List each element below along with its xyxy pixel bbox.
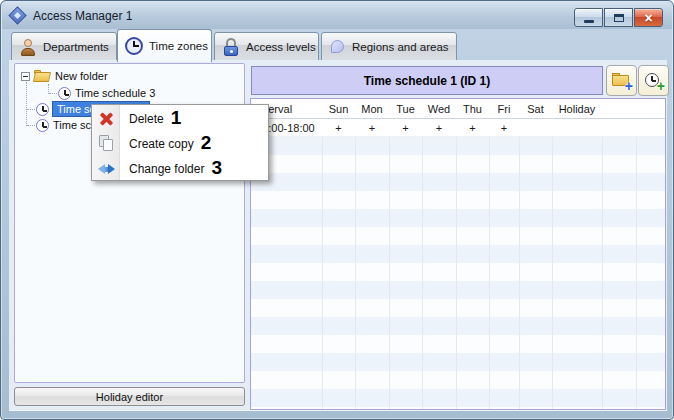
col-sun: Sun bbox=[322, 103, 355, 115]
menu-item-label: Change folder bbox=[129, 162, 204, 176]
col-mon: Mon bbox=[355, 103, 389, 115]
tree-item-label: Time schedule 3 bbox=[75, 87, 155, 99]
clock-icon bbox=[125, 37, 143, 55]
tree-item-time-schedule-3[interactable]: Time schedule 3 bbox=[15, 85, 244, 101]
menu-item-create-copy[interactable]: Create copy 2 bbox=[92, 131, 268, 156]
tab-label: Departments bbox=[43, 41, 109, 53]
minimize-button[interactable] bbox=[574, 8, 603, 27]
add-time-schedule-icon bbox=[644, 72, 663, 89]
day-cell-mon[interactable]: + bbox=[355, 122, 389, 134]
day-cell-tue[interactable]: + bbox=[389, 122, 422, 134]
close-button[interactable] bbox=[634, 8, 663, 27]
clock-icon bbox=[36, 119, 49, 132]
tab-departments[interactable]: Departments bbox=[11, 32, 117, 61]
schedule-row[interactable]: 09:00-18:00 + + + + + + bbox=[251, 119, 665, 137]
col-tue: Tue bbox=[389, 103, 422, 115]
col-fri: Fri bbox=[489, 103, 519, 115]
clock-icon bbox=[36, 103, 49, 116]
context-menu: Delete 1 Create copy 2 Change folder 3 bbox=[91, 104, 269, 181]
change-folder-arrows-icon bbox=[98, 160, 115, 177]
tab-label: Time zones bbox=[149, 40, 208, 52]
maximize-button[interactable] bbox=[604, 8, 633, 27]
annotation-1: 1 bbox=[171, 108, 182, 127]
window-title: Access Manager 1 bbox=[33, 9, 132, 23]
minimize-icon bbox=[584, 20, 594, 23]
tree-item-new-folder[interactable]: New folder bbox=[15, 68, 244, 84]
col-wed: Wed bbox=[422, 103, 456, 115]
clock-icon bbox=[58, 87, 71, 100]
table-header: Interval Sun Mon Tue Wed Thu Fri Sat Hol… bbox=[251, 99, 665, 119]
day-cell-wed[interactable]: + bbox=[422, 122, 456, 134]
menu-item-label: Delete bbox=[129, 112, 164, 126]
schedule-table: Interval Sun Mon Tue Wed Thu Fri Sat Hol… bbox=[250, 98, 666, 410]
add-schedule-button[interactable] bbox=[638, 65, 669, 96]
schedule-title: Time schedule 1 (ID 1) bbox=[364, 74, 491, 88]
col-thu: Thu bbox=[456, 103, 489, 115]
open-folder-icon bbox=[34, 70, 51, 83]
col-holiday: Holiday bbox=[552, 103, 602, 115]
annotation-2: 2 bbox=[201, 133, 212, 152]
menu-item-change-folder[interactable]: Change folder 3 bbox=[92, 156, 268, 181]
tab-time-zones[interactable]: Time zones bbox=[117, 29, 212, 62]
col-sat: Sat bbox=[519, 103, 552, 115]
maximize-icon bbox=[614, 14, 624, 22]
tab-regions-and-areas[interactable]: Regions and areas bbox=[321, 32, 457, 61]
copy-icon bbox=[98, 135, 115, 152]
day-cell-fri[interactable]: + bbox=[489, 122, 519, 134]
close-icon bbox=[644, 9, 652, 27]
day-cell-thu[interactable]: + bbox=[456, 122, 489, 134]
tab-label: Access levels bbox=[246, 41, 316, 53]
map-pin-icon bbox=[331, 40, 344, 53]
user-icon bbox=[19, 38, 37, 56]
collapse-icon[interactable] bbox=[21, 72, 30, 81]
tab-label: Regions and areas bbox=[352, 41, 449, 53]
add-folder-icon bbox=[612, 73, 631, 89]
tab-access-levels[interactable]: Access levels bbox=[214, 32, 319, 61]
window-controls bbox=[574, 8, 663, 27]
menu-item-delete[interactable]: Delete 1 bbox=[92, 106, 268, 131]
schedule-title-bar: Time schedule 1 (ID 1) bbox=[251, 66, 603, 95]
app-icon bbox=[8, 6, 26, 24]
delete-x-icon bbox=[98, 110, 115, 127]
annotation-3: 3 bbox=[211, 158, 222, 177]
app-window: Access Manager 1 Departments Time zones … bbox=[0, 0, 674, 420]
tree-item-label: New folder bbox=[55, 70, 108, 82]
holiday-editor-button[interactable]: Holiday editor bbox=[14, 387, 245, 406]
day-cell-sun[interactable]: + bbox=[322, 122, 355, 134]
menu-item-label: Create copy bbox=[129, 137, 194, 151]
add-folder-button[interactable] bbox=[606, 65, 637, 96]
lock-icon bbox=[222, 38, 240, 56]
titlebar[interactable]: Access Manager 1 bbox=[2, 2, 672, 29]
